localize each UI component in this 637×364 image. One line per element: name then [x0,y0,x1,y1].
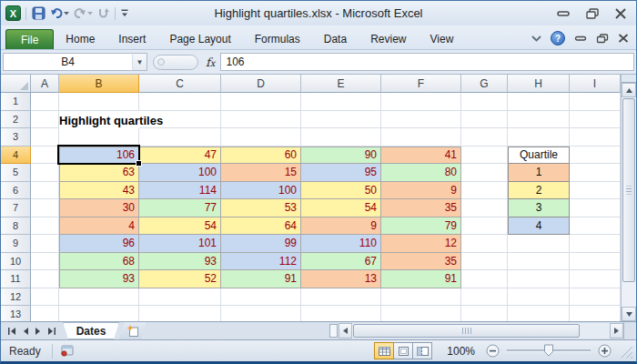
cell-F10[interactable]: 35 [381,253,461,271]
cell-D12[interactable] [221,288,301,307]
macro-record-button[interactable] [60,345,75,357]
cell-B13[interactable] [59,306,139,321]
cell-B7[interactable]: 30 [59,199,139,217]
cell-C11[interactable]: 52 [139,270,221,288]
cell-H6[interactable]: 2 [508,182,570,200]
cell-I3[interactable] [570,128,621,147]
workbook-close-icon[interactable] [618,34,629,43]
insert-function-button[interactable]: fx [204,56,220,69]
cell-G2[interactable] [461,111,508,129]
cell-D7[interactable]: 53 [221,199,301,217]
page-break-preview-button[interactable] [412,342,432,359]
workbook-restore-icon[interactable] [596,34,609,44]
undo-button[interactable] [49,6,70,20]
name-box[interactable]: B4 [3,53,132,71]
cell-D5[interactable]: 15 [221,164,301,182]
cell-A8[interactable] [31,217,59,236]
cell-C7[interactable]: 77 [139,199,221,217]
row-header-3[interactable]: 3 [1,128,31,147]
cell-F4[interactable]: 41 [381,147,461,165]
cell-B1[interactable] [59,93,139,111]
cell-I12[interactable] [570,288,621,307]
cell-B8[interactable]: 4 [59,217,139,236]
select-all-corner[interactable] [1,75,31,93]
sheet-tab-dates[interactable]: Dates [63,322,119,339]
cell-C5[interactable]: 100 [139,164,221,182]
zoom-in-button[interactable] [598,344,612,358]
scroll-down-button[interactable] [622,307,636,321]
cell-H10[interactable] [508,253,570,271]
cell-E7[interactable]: 54 [301,199,381,217]
cell-D4[interactable]: 60 [221,147,301,165]
formula-input[interactable]: 106 [220,53,634,71]
row-header-4[interactable]: 4 [1,147,31,165]
cell-B5[interactable]: 63 [59,164,139,182]
last-sheet-button[interactable] [47,328,56,335]
cell-C4[interactable]: 47 [139,147,221,165]
ribbon-tab-insert[interactable]: Insert [106,29,157,49]
ribbon-tab-file[interactable]: File [5,29,54,49]
repeat-button[interactable] [96,6,110,20]
cell-G11[interactable] [461,270,508,288]
next-sheet-button[interactable] [35,328,42,335]
ribbon-tab-page-layout[interactable]: Page Layout [157,29,242,49]
cell-B12[interactable] [59,288,139,307]
row-header-10[interactable]: 10 [1,253,31,271]
cell-E8[interactable]: 9 [301,217,381,236]
scroll-right-button[interactable] [610,323,623,339]
column-header-E[interactable]: E [301,75,381,93]
cell-B10[interactable]: 68 [59,253,139,271]
cell-I2[interactable] [570,111,621,129]
cell-E1[interactable] [301,93,381,111]
cell-E12[interactable] [301,288,381,307]
column-header-I[interactable]: I [570,75,621,93]
cell-I4[interactable] [570,147,621,165]
cell-E6[interactable]: 50 [301,182,381,200]
row-header-11[interactable]: 11 [1,270,31,288]
cell-G7[interactable] [461,199,508,217]
cell-B3[interactable] [59,128,139,147]
cell-H8[interactable]: 4 [508,217,570,236]
cell-C9[interactable]: 101 [139,235,221,253]
cell-G8[interactable] [461,217,508,236]
cell-I5[interactable] [570,164,621,182]
ribbon-tab-data[interactable]: Data [312,29,359,49]
cell-A4[interactable] [31,147,59,165]
cell-D11[interactable]: 91 [221,270,301,288]
vertical-scrollbar[interactable] [621,75,636,321]
column-header-F[interactable]: F [381,75,461,93]
cell-I1[interactable] [570,93,621,111]
cell-A6[interactable] [31,182,59,200]
cell-C13[interactable] [139,306,221,321]
cell-B2[interactable]: Highlight quartiles [59,111,139,129]
page-layout-view-button[interactable] [393,342,413,359]
row-header-13[interactable]: 13 [1,306,31,321]
save-button[interactable] [31,5,46,21]
row-header-1[interactable]: 1 [1,93,31,111]
row-header-5[interactable]: 5 [1,164,31,182]
cell-F7[interactable]: 35 [381,199,461,217]
cell-A13[interactable] [31,306,59,321]
cell-F9[interactable]: 12 [381,235,461,253]
row-header-6[interactable]: 6 [1,182,31,200]
row-header-9[interactable]: 9 [1,235,31,253]
cell-B6[interactable]: 43 [59,182,139,200]
cell-D2[interactable] [221,111,301,129]
cell-I10[interactable] [570,253,621,271]
cell-F5[interactable]: 80 [381,164,461,182]
cell-E13[interactable] [301,306,381,321]
cell-E5[interactable]: 95 [301,164,381,182]
column-header-G[interactable]: G [461,75,508,93]
cell-F12[interactable] [381,288,461,307]
cell-H2[interactable] [508,111,570,129]
vertical-scroll-track[interactable] [622,97,636,307]
cell-F3[interactable] [381,128,461,147]
excel-logo-icon[interactable]: X [5,5,21,21]
cell-E3[interactable] [301,128,381,147]
cell-A7[interactable] [31,199,59,217]
cell-H13[interactable] [508,306,570,321]
row-header-12[interactable]: 12 [1,288,31,307]
cell-G9[interactable] [461,235,508,253]
row-header-7[interactable]: 7 [1,199,31,217]
horizontal-scroll-thumb[interactable] [353,324,580,338]
